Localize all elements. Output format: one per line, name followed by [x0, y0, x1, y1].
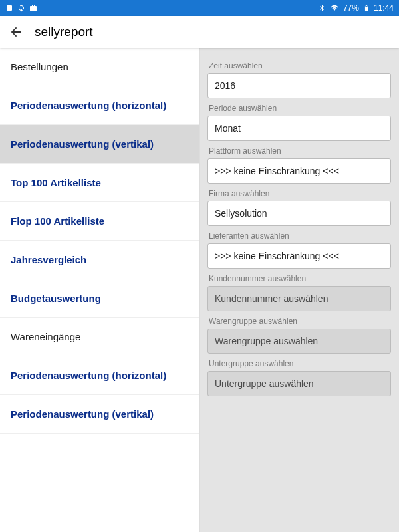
field-label: Plattform auswählen [209, 146, 390, 156]
select-field[interactable]: Kundennummer auswählen [207, 286, 391, 311]
sidebar-item[interactable]: Periodenauswertung (vertikal) [0, 125, 199, 164]
clock: 11:44 [374, 3, 394, 13]
field-label: Untergruppe auswählen [209, 359, 390, 368]
arrow-left-icon [9, 25, 23, 39]
svg-rect-0 [7, 5, 12, 11]
field-label: Periode auswählen [209, 104, 390, 113]
battery-icon [363, 3, 370, 13]
app-bar: sellyreport [0, 16, 399, 48]
sidebar-section-header: Bestellungen [0, 48, 199, 86]
battery-level: 77% [343, 3, 359, 13]
sidebar-item[interactable]: Periodenauswertung (horizontal) [0, 86, 199, 125]
back-button[interactable] [8, 24, 24, 40]
svg-rect-1 [365, 6, 367, 7]
select-field[interactable]: Warengruppe auswählen [207, 329, 391, 354]
field-label: Lieferanten auswählen [209, 231, 390, 241]
sync-icon [17, 4, 25, 12]
notification-icon [5, 4, 13, 12]
field-label: Zeit auswählen [209, 61, 390, 70]
select-field[interactable]: >>> keine Einschränkung <<< [207, 158, 391, 184]
select-field[interactable]: >>> keine Einschränkung <<< [207, 243, 391, 269]
main-content: BestellungenPeriodenauswertung (horizont… [0, 48, 399, 532]
field-label: Firma auswählen [209, 189, 390, 198]
sidebar-item[interactable]: Budgetauswertung [0, 279, 199, 318]
page-title: sellyreport [35, 25, 93, 39]
sidebar-item[interactable]: Top 100 Artikelliste [0, 164, 199, 202]
field-label: Warengruppe auswählen [209, 317, 390, 326]
select-field[interactable]: Monat [207, 116, 391, 141]
sidebar-item[interactable]: Jahresvergleich [0, 241, 199, 279]
android-status-bar: 77% 11:44 [0, 0, 399, 16]
sidebar-item[interactable]: Periodenauswertung (horizontal) [0, 356, 199, 395]
sidebar: BestellungenPeriodenauswertung (horizont… [0, 48, 200, 532]
wifi-icon [330, 4, 339, 12]
sidebar-section-header: Wareneingänge [0, 318, 199, 356]
field-label: Kundennummer auswählen [209, 274, 390, 283]
sidebar-item[interactable]: Flop 100 Artikelliste [0, 202, 199, 241]
bluetooth-icon [319, 4, 326, 12]
select-field[interactable]: Untergruppe auswählen [207, 371, 391, 396]
app-icon [29, 4, 37, 12]
sidebar-item[interactable]: Periodenauswertung (vertikal) [0, 395, 199, 434]
select-field[interactable]: 2016 [207, 73, 391, 98]
select-field[interactable]: Sellysolution [207, 201, 391, 226]
detail-panel: Zeit auswählen2016Periode auswählenMonat… [200, 48, 399, 532]
